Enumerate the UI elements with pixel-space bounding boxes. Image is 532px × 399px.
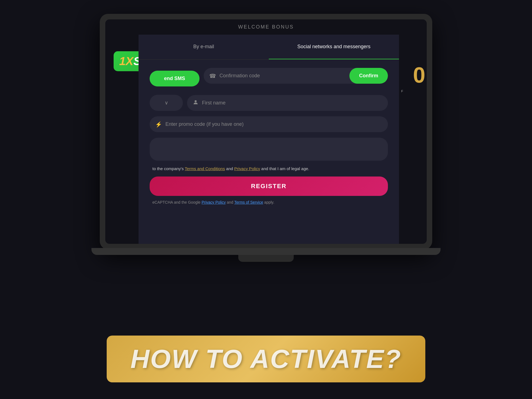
currency-input[interactable] — [157, 143, 381, 156]
svg-point-0 — [195, 100, 196, 102]
currency-row — [150, 138, 388, 161]
tab-email[interactable]: By e-mail — [139, 35, 269, 59]
captcha-privacy-link[interactable]: Privacy Policy — [201, 200, 226, 204]
tab-social[interactable]: Social networks and messengers — [269, 35, 399, 59]
promo-input[interactable] — [165, 118, 382, 131]
promo-group: ⚡ — [150, 116, 388, 132]
right-number: 0 — [399, 62, 427, 88]
laptop-frame: WELCOME BONUS 1XSLOTS 0 F By e-ma — [100, 14, 432, 249]
captcha-text: eCAPTCHA and the Google Privacy Policy a… — [152, 200, 388, 204]
logo-1x: 1X — [119, 55, 133, 68]
welcome-bar: WELCOME BONUS — [105, 19, 427, 35]
promo-row: ⚡ — [150, 116, 388, 132]
register-button[interactable]: REGISTER — [150, 177, 388, 196]
banner-text: HOW TO ACTIVATE? — [131, 344, 402, 374]
registration-modal: By e-mail Social networks and messengers… — [139, 35, 399, 244]
tabs-row: By e-mail Social networks and messengers — [139, 35, 399, 60]
laptop-stand — [238, 255, 294, 262]
send-sms-button[interactable]: end SMS — [150, 71, 200, 86]
first-name-group — [187, 95, 388, 111]
sms-row: end SMS ☎ Confirm — [150, 68, 388, 89]
currency-input-wrap — [150, 138, 388, 161]
lightning-icon: ⚡ — [155, 121, 162, 128]
name-row: ∨ — [150, 95, 388, 111]
dropdown-button[interactable]: ∨ — [150, 95, 183, 111]
right-label: F — [400, 89, 426, 94]
terms-conditions-link[interactable]: Terms and Conditions — [185, 166, 225, 171]
first-name-input[interactable] — [202, 96, 382, 109]
confirmation-code-input[interactable] — [219, 69, 344, 82]
confirmation-input-wrap: ☎ — [204, 68, 349, 84]
phone-icon: ☎ — [209, 73, 216, 79]
confirmation-row: ☎ Confirm — [204, 68, 388, 84]
laptop-screen: WELCOME BONUS 1XSLOTS 0 F By e-ma — [105, 19, 427, 244]
bottom-banner: HOW TO ACTIVATE? — [107, 336, 425, 382]
chevron-down-icon: ∨ — [165, 100, 168, 106]
privacy-policy-link[interactable]: Privacy Policy — [234, 166, 260, 171]
person-icon — [193, 99, 199, 107]
registration-form: end SMS ☎ Confirm — [139, 60, 399, 213]
right-panel: 0 F — [399, 35, 427, 244]
captcha-tos-link[interactable]: Terms of Service — [234, 200, 263, 204]
left-panel: 1XSLOTS — [105, 35, 139, 244]
welcome-text: WELCOME BONUS — [238, 24, 294, 30]
laptop-bottom — [91, 248, 441, 255]
terms-text: to the company's Terms and Conditions an… — [152, 166, 388, 171]
confirm-button[interactable]: Confirm — [349, 68, 388, 84]
